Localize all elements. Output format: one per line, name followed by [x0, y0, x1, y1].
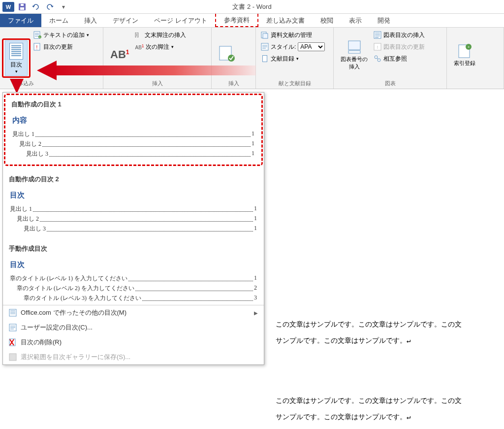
mark-index-button[interactable]: + 索引登録 — [450, 30, 479, 80]
toc-line: 章のタイトル (レベル 2) を入力してください2 — [10, 284, 257, 293]
customize-qat-button[interactable]: ▾ — [57, 1, 70, 13]
insert-figure-toc-button[interactable]: 図表目次の挿入 — [372, 30, 427, 40]
save-button[interactable] — [16, 1, 29, 13]
style-label: スタイル: — [271, 43, 296, 51]
footnotes-group-label: 挿入 — [106, 80, 208, 88]
bibliography-label: 文献目録 — [271, 55, 294, 63]
auto-toc-1-preview[interactable]: 内容 見出し 11見出し 21見出し 31 — [5, 111, 261, 165]
svg-text:+: + — [468, 45, 470, 49]
svg-rect-20 — [348, 51, 360, 53]
toc-line: 見出し 11 — [12, 130, 254, 138]
ribbon-group-index: + 索引登録 — [447, 28, 504, 89]
endnote-label: 文末脚注の挿入 — [145, 31, 186, 39]
add-text-icon: + — [33, 31, 41, 39]
auto-toc-2-heading: 目次 — [10, 191, 257, 200]
dropdown-footer: Office.com で作ったその他の目次(M) ▶ ユーザー設定の目次(C).… — [3, 305, 264, 364]
manage-sources-button[interactable]: 資料文献の管理 — [259, 30, 327, 40]
title-bar: W ▾ 文書 2 - Word — [0, 0, 504, 14]
save-gallery-icon — [9, 353, 17, 361]
update-toc-label: 目次の更新 — [43, 43, 73, 51]
insert-group-label: 挿入 — [215, 80, 252, 88]
svg-rect-29 — [9, 309, 16, 316]
svg-rect-1 — [20, 7, 24, 10]
svg-rect-6 — [35, 36, 39, 36]
insert-footnote-button[interactable]: AB1 — [106, 30, 133, 80]
tab-references[interactable]: 参考資料 — [215, 14, 258, 27]
submenu-arrow-icon: ▶ — [254, 310, 258, 316]
tab-layout[interactable]: ページ レイアウト — [146, 14, 215, 27]
citations-group-label: 献と文献目録 — [259, 80, 330, 88]
insert-citation-button[interactable] — [215, 30, 240, 80]
manage-sources-label: 資料文献の管理 — [271, 31, 312, 39]
insert-endnote-button[interactable]: [i] 文末脚注の挿入 — [133, 30, 188, 40]
remove-toc-icon — [9, 338, 17, 346]
sample-para-2: サンプルです。この文章はサンプルです。↵ — [276, 334, 494, 347]
sample-para-3: この文章はサンプルです。この文章はサンプルです。この文 — [276, 394, 494, 407]
custom-toc-label: ユーザー設定の目次(C)... — [21, 323, 93, 332]
update-toc-button[interactable]: ! 目次の更新 — [32, 41, 91, 52]
tab-file[interactable]: ファイル — [0, 14, 41, 27]
word-logo-icon: W — [2, 2, 14, 12]
svg-rect-15 — [263, 33, 268, 38]
toc-gallery-dropdown: 自動作成の目次 1 内容 見出し 11見出し 21見出し 31 自動作成の目次 … — [2, 92, 264, 365]
remove-toc-label: 目次の削除(R) — [21, 338, 62, 347]
insert-caption-button[interactable]: 図表番号の 挿入 — [337, 30, 372, 80]
tab-developer[interactable]: 開発 — [370, 14, 398, 27]
redo-button[interactable] — [43, 1, 56, 13]
custom-toc-item[interactable]: ユーザー設定の目次(C)... — [3, 320, 264, 335]
auto-toc-2-preview[interactable]: 目次 見出し 11見出し 21見出し 31 — [3, 186, 264, 239]
tab-review[interactable]: 校閲 — [313, 14, 341, 27]
svg-rect-19 — [348, 41, 360, 50]
undo-icon — [32, 3, 40, 11]
svg-text:+: + — [39, 35, 41, 38]
bibliography-button[interactable]: 文献目録 ▾ — [259, 53, 327, 64]
tab-design[interactable]: デザイン — [105, 14, 146, 27]
bibliography-icon — [261, 55, 269, 63]
toc-line: 章のタイトル (レベル 1) を入力してください1 — [10, 274, 257, 283]
auto-toc-2-title: 自動作成の目次 2 — [3, 170, 264, 186]
office-more-label: Office.com で作ったその他の目次(M) — [21, 308, 126, 317]
next-footnote-label: 次の脚注 — [146, 43, 169, 51]
toc-line: 見出し 21 — [10, 215, 257, 223]
svg-rect-32 — [9, 354, 16, 361]
quick-access-toolbar: W ▾ — [0, 1, 72, 13]
redo-icon — [45, 3, 54, 11]
tab-view[interactable]: 表示 — [341, 14, 370, 27]
add-text-button[interactable]: + テキストの追加 ▾ — [32, 30, 91, 40]
style-dropdown[interactable]: スタイル: APA — [259, 41, 327, 52]
toc-line: 見出し 11 — [10, 205, 257, 213]
update-figure-toc-icon: ! — [374, 43, 381, 51]
toc-extra-label: み込み — [3, 80, 100, 88]
auto-toc-1-heading: 内容 — [12, 116, 254, 125]
toc-line: 見出し 31 — [10, 225, 257, 233]
insert-figure-toc-label: 図表目次の挿入 — [383, 31, 425, 39]
toc-dropdown-button[interactable]: 目次 ▾ — [5, 40, 28, 76]
document-area[interactable]: この文章はサンプルです。この文章はサンプルです。この文 サンプルです。この文章は… — [266, 101, 504, 429]
save-icon — [18, 3, 26, 11]
manual-toc-title: 手動作成目次 — [3, 239, 264, 255]
style-select[interactable]: APA — [298, 42, 325, 51]
svg-text:!: ! — [36, 45, 38, 50]
svg-rect-18 — [263, 56, 267, 62]
svg-rect-4 — [35, 33, 39, 33]
tab-home[interactable]: ホーム — [41, 14, 76, 27]
ribbon-group-citations: 資料文献の管理 スタイル: APA 文献目録 ▾ 献と文献目録 — [256, 28, 334, 89]
toc-line: 見出し 21 — [12, 140, 254, 148]
auto-toc-1-title: 自動作成の目次 1 — [5, 95, 261, 111]
word-app-icon[interactable]: W — [2, 1, 15, 13]
manage-sources-icon — [261, 31, 269, 39]
custom-toc-icon — [9, 324, 17, 331]
figures-group-label: 図表 — [337, 80, 443, 88]
mark-index-icon: + — [457, 43, 472, 59]
undo-button[interactable] — [30, 1, 42, 13]
tab-insert[interactable]: 挿入 — [76, 14, 105, 27]
remove-toc-item[interactable]: 目次の削除(R) — [3, 335, 264, 350]
tab-mailings[interactable]: 差し込み文書 — [258, 14, 313, 27]
next-footnote-button[interactable]: AB1 次の脚注 ▾ — [133, 41, 188, 52]
office-more-toc-item[interactable]: Office.com で作ったその他の目次(M) ▶ — [3, 305, 264, 320]
cross-reference-button[interactable]: 相互参照 — [372, 53, 427, 64]
manual-toc-preview[interactable]: 目次 章のタイトル (レベル 1) を入力してください1章のタイトル (レベル … — [3, 255, 264, 305]
svg-text:[i]: [i] — [135, 32, 139, 37]
office-icon — [9, 309, 17, 317]
toc-icon — [9, 43, 23, 60]
